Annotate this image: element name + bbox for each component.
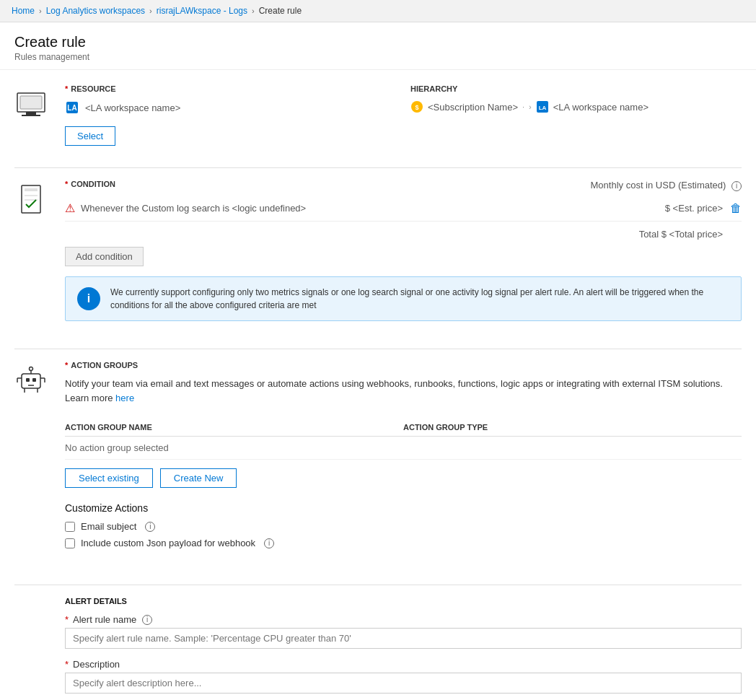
condition-icon xyxy=(14,180,50,218)
la-workspace-hierarchy-name: <LA workspace name> xyxy=(553,102,649,113)
svg-rect-2 xyxy=(26,112,36,115)
breadcrumb-log-analytics[interactable]: Log Analytics workspaces xyxy=(46,6,145,16)
breadcrumb-sep-2: › xyxy=(149,6,152,15)
resource-icon xyxy=(14,84,50,123)
total-row: Total $ <Total price> xyxy=(65,224,742,247)
action-groups-label: * ACTION GROUPS xyxy=(65,361,742,369)
condition-text-label: Whenever the Custom log search is <logic… xyxy=(81,203,306,214)
email-subject-checkbox[interactable] xyxy=(65,522,75,532)
condition-info-box: i We currently support configuring only … xyxy=(65,276,742,321)
breadcrumb: Home › Log Analytics workspaces › risraj… xyxy=(0,0,756,22)
breadcrumb-sep-1: › xyxy=(39,6,42,15)
page-subtitle: Rules management xyxy=(14,52,742,62)
create-new-button[interactable]: Create New xyxy=(160,468,237,488)
alert-details-label: ALERT DETAILS xyxy=(65,597,742,605)
hierarchy-label: HIERARCHY xyxy=(410,84,742,93)
svg-rect-14 xyxy=(22,374,40,388)
webhook-payload-label: Include custom Json payload for webhook xyxy=(81,538,255,548)
svg-rect-3 xyxy=(22,115,40,116)
resource-name: <LA workspace name> xyxy=(85,102,180,113)
description-input[interactable] xyxy=(65,673,742,694)
condition-error-icon: ⚠ xyxy=(65,201,75,215)
webhook-info-icon[interactable]: i xyxy=(264,538,274,548)
breadcrumb-current: Create rule xyxy=(259,6,302,16)
ag-learn-more-link[interactable]: here xyxy=(115,393,134,403)
monthly-cost-info-icon[interactable]: i xyxy=(731,181,742,191)
condition-est-price: $ <Est. price> xyxy=(636,203,723,214)
svg-text:LA: LA xyxy=(538,105,546,111)
la-workspace-icon: LA xyxy=(65,100,79,115)
resource-select-button[interactable]: Select xyxy=(65,126,115,146)
info-box-text: We currently support configuring only tw… xyxy=(110,286,729,312)
select-existing-button[interactable]: Select existing xyxy=(65,468,153,488)
alert-rule-name-input[interactable] xyxy=(65,628,742,649)
condition-label: * CONDITION xyxy=(65,180,115,188)
breadcrumb-workspace[interactable]: risrajLAWkspace - Logs xyxy=(157,6,247,16)
page-title: Create rule xyxy=(14,34,742,51)
ag-required-star: * xyxy=(65,361,68,369)
alert-details-section: ALERT DETAILS * Alert rule name i * Desc… xyxy=(14,597,742,700)
condition-required-star: * xyxy=(65,180,68,188)
svg-rect-15 xyxy=(26,378,30,382)
action-groups-btn-row: Select existing Create New xyxy=(65,468,742,488)
subscription-icon: $ xyxy=(410,100,423,113)
breadcrumb-sep-3: › xyxy=(252,6,255,15)
ag-col-name-header: ACTION GROUP NAME xyxy=(65,419,403,437)
delete-condition-icon[interactable]: 🗑 xyxy=(730,202,742,215)
svg-text:LA: LA xyxy=(67,104,76,112)
info-box-icon: i xyxy=(77,287,100,310)
ag-description: Notify your team via email and text mess… xyxy=(65,377,742,405)
ag-col-type-header: ACTION GROUP TYPE xyxy=(403,419,742,437)
divider-1 xyxy=(14,167,742,168)
resource-body: * RESOURCE LA <LA workspace name> Select… xyxy=(65,84,742,146)
webhook-payload-row: Include custom Json payload for webhook … xyxy=(65,538,742,548)
la-hierarchy-icon: LA xyxy=(536,100,549,113)
resource-required-star: * xyxy=(65,84,68,93)
resource-section: * RESOURCE LA <LA workspace name> Select… xyxy=(14,84,742,146)
add-condition-button[interactable]: Add condition xyxy=(65,247,144,266)
page-header: Create rule Rules management xyxy=(0,22,756,70)
email-subject-info-icon[interactable]: i xyxy=(145,522,155,532)
alert-rule-info-icon[interactable]: i xyxy=(142,615,152,625)
hierarchy-dot: · xyxy=(522,102,524,111)
svg-point-19 xyxy=(30,367,33,371)
email-subject-row: Email subject i xyxy=(65,521,742,532)
hierarchy-right: HIERARCHY $ <Subscription Name> · › LA xyxy=(410,84,742,113)
action-groups-body: * ACTION GROUPS Notify your team via ema… xyxy=(65,361,742,563)
table-row: No action group selected xyxy=(65,437,742,460)
customize-actions-title: Customize Actions xyxy=(65,502,742,514)
condition-section: * CONDITION Monthly cost in USD (Estimat… xyxy=(14,180,742,327)
action-groups-icon xyxy=(14,361,50,399)
email-subject-label: Email subject xyxy=(81,521,136,532)
customize-actions: Customize Actions Email subject i Includ… xyxy=(65,502,742,548)
hierarchy-path: $ <Subscription Name> · › LA <LA workspa… xyxy=(410,100,742,113)
action-groups-section: * ACTION GROUPS Notify your team via ema… xyxy=(14,361,742,563)
condition-row: ⚠ Whenever the Custom log search is <log… xyxy=(65,196,742,222)
no-group-selected: No action group selected xyxy=(65,437,742,460)
svg-rect-1 xyxy=(20,96,42,109)
svg-rect-16 xyxy=(32,378,36,382)
condition-body: * CONDITION Monthly cost in USD (Estimat… xyxy=(65,180,742,327)
description-label: * Description xyxy=(65,659,742,670)
webhook-payload-checkbox[interactable] xyxy=(65,538,75,548)
hierarchy-chevron: › xyxy=(529,102,532,111)
breadcrumb-home[interactable]: Home xyxy=(12,6,35,16)
resource-left: * RESOURCE LA <LA workspace name> Select xyxy=(65,84,396,146)
divider-3 xyxy=(14,585,742,585)
svg-rect-11 xyxy=(25,188,38,191)
resource-row: LA <LA workspace name> xyxy=(65,100,396,115)
subscription-name: <Subscription Name> xyxy=(428,102,518,113)
svg-text:$: $ xyxy=(415,104,418,111)
divider-2 xyxy=(14,349,742,349)
monthly-cost-header: Monthly cost in USD (Estimated) i xyxy=(591,180,742,191)
total-price: $ <Total price> xyxy=(662,229,723,240)
action-groups-table: ACTION GROUP NAME ACTION GROUP TYPE No a… xyxy=(65,419,742,460)
alert-rule-name-label: * Alert rule name i xyxy=(65,614,742,625)
resource-label: * RESOURCE xyxy=(65,84,396,93)
